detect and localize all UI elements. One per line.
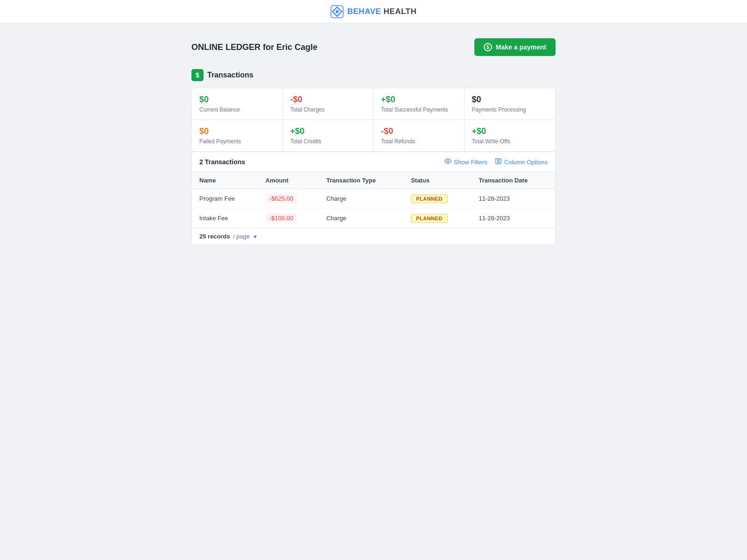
- show-filters-label: Show Filters: [454, 159, 487, 166]
- stat-failed-payments: $0 Failed Payments: [192, 120, 283, 151]
- col-status: Status: [403, 172, 471, 189]
- col-transaction-type: Transaction Type: [319, 172, 403, 189]
- table-count: 2 Transactions: [199, 158, 245, 166]
- col-name: Name: [192, 172, 258, 189]
- row1-date: 11-28-2023: [471, 189, 555, 209]
- payments-processing-label: Payments Processing: [472, 106, 548, 113]
- columns-icon: [495, 158, 502, 166]
- transactions-section-title: $ Transactions: [191, 69, 556, 81]
- table-row: Intake Fee -$100.00 Charge PLANNED 11-28…: [192, 209, 555, 228]
- row2-name: Intake Fee: [192, 209, 258, 228]
- current-balance-value: $0: [199, 95, 275, 105]
- table-actions: Show Filters Column Options: [444, 158, 548, 166]
- total-credits-label: Total Credits: [290, 138, 366, 145]
- failed-payments-value: $0: [199, 126, 275, 136]
- brand-label: BEHAVE HEALTH: [347, 7, 417, 16]
- main-content: ONLINE LEDGER for Eric Cagle $ Make a pa…: [182, 23, 565, 260]
- table-footer: 25 records / page ▼: [192, 228, 555, 245]
- table-section: 2 Transactions Show Filters: [191, 152, 556, 245]
- column-options-label: Column Options: [504, 159, 548, 166]
- transactions-table: Name Amount Transaction Type Status Tran…: [192, 172, 555, 228]
- stat-total-charges: -$0 Total Charges: [283, 88, 374, 120]
- logo-icon: [331, 5, 344, 18]
- stat-current-balance: $0 Current Balance: [192, 88, 283, 120]
- svg-point-1: [336, 10, 338, 13]
- transactions-icon: $: [191, 69, 204, 81]
- stats-grid: $0 Current Balance -$0 Total Charges +$0…: [191, 88, 556, 152]
- stat-payments-processing: $0 Payments Processing: [465, 88, 556, 120]
- total-refunds-label: Total Refunds: [381, 138, 457, 145]
- stat-total-credits: +$0 Total Credits: [283, 120, 374, 151]
- svg-point-2: [447, 161, 449, 162]
- show-filters-button[interactable]: Show Filters: [444, 158, 487, 166]
- col-amount: Amount: [258, 172, 319, 189]
- payments-processing-value: $0: [472, 95, 548, 105]
- total-charges-value: -$0: [290, 95, 366, 105]
- total-successful-value: +$0: [381, 95, 457, 105]
- dollar-circle-icon: $: [484, 43, 492, 51]
- logo: BEHAVE HEALTH: [331, 5, 417, 18]
- total-successful-label: Total Successful Payments: [381, 106, 457, 113]
- total-writeoffs-label: Total Write-Offs: [472, 138, 548, 145]
- svg-rect-4: [499, 159, 501, 164]
- row2-status: PLANNED: [403, 209, 471, 228]
- row1-name: Program Fee: [192, 189, 258, 209]
- records-count: 25 records: [199, 233, 230, 240]
- row2-type: Charge: [319, 209, 403, 228]
- total-writeoffs-value: +$0: [472, 126, 548, 136]
- column-options-button[interactable]: Column Options: [495, 158, 548, 166]
- col-transaction-date: Transaction Date: [471, 172, 555, 189]
- transactions-label: Transactions: [207, 71, 254, 79]
- table-header: Name Amount Transaction Type Status Tran…: [192, 172, 555, 189]
- total-refunds-value: -$0: [381, 126, 457, 136]
- svg-rect-3: [496, 159, 498, 164]
- table-header-row: 2 Transactions Show Filters: [192, 152, 555, 172]
- app-header: BEHAVE HEALTH: [0, 0, 747, 23]
- stat-total-refunds: -$0 Total Refunds: [374, 120, 465, 151]
- table-row: Program Fee -$625.00 Charge PLANNED 11-2…: [192, 189, 555, 209]
- stat-total-successful-payments: +$0 Total Successful Payments: [374, 88, 465, 120]
- total-credits-value: +$0: [290, 126, 366, 136]
- make-payment-button[interactable]: $ Make a payment: [474, 38, 556, 56]
- row1-amount: -$625.00: [258, 189, 319, 209]
- make-payment-label: Make a payment: [496, 43, 546, 51]
- page-header: ONLINE LEDGER for Eric Cagle $ Make a pa…: [191, 38, 556, 56]
- row2-amount: -$100.00: [258, 209, 319, 228]
- total-charges-label: Total Charges: [290, 106, 366, 113]
- page-title: ONLINE LEDGER for Eric Cagle: [191, 42, 317, 52]
- current-balance-label: Current Balance: [199, 106, 275, 113]
- eye-icon: [444, 158, 451, 166]
- row1-type: Charge: [319, 189, 403, 209]
- row2-date: 11-28-2023: [471, 209, 555, 228]
- row1-status: PLANNED: [403, 189, 471, 209]
- records-page: / page: [233, 233, 250, 240]
- failed-payments-label: Failed Payments: [199, 138, 275, 145]
- stat-total-writeoffs: +$0 Total Write-Offs: [465, 120, 556, 151]
- records-dropdown-icon[interactable]: ▼: [253, 234, 258, 239]
